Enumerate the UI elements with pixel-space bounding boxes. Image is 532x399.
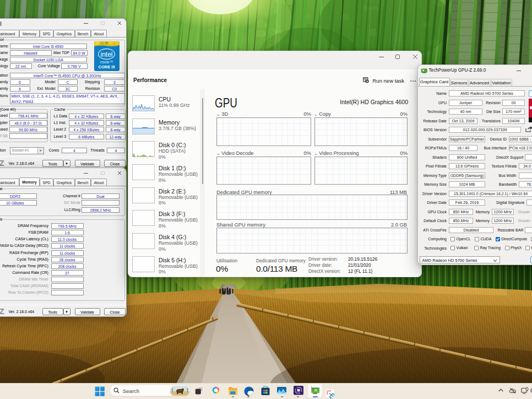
svg-text:inside™: inside™	[100, 60, 113, 64]
svg-text:intel: intel	[100, 51, 112, 58]
svg-text:CORE i5: CORE i5	[98, 64, 115, 69]
